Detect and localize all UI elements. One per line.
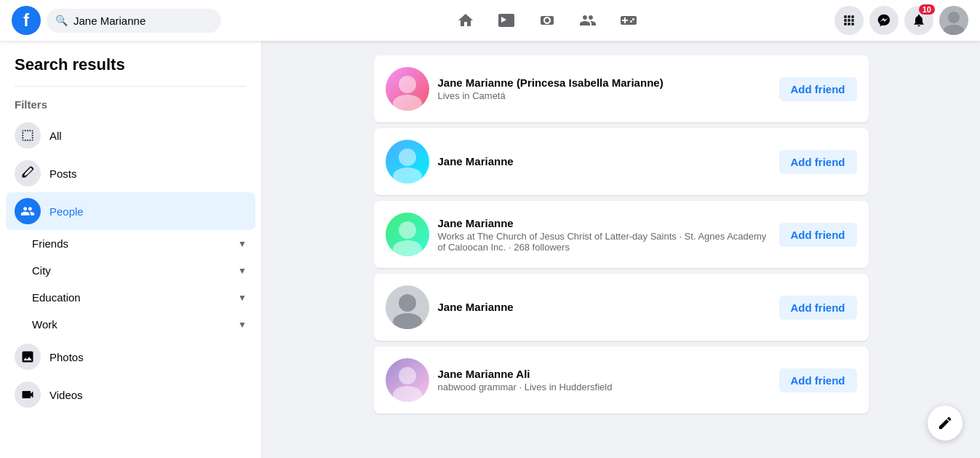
result-name: Jane Marianne [438, 155, 770, 167]
sub-filter-city[interactable]: City ▼ [6, 257, 255, 284]
result-card: Jane Marianne Add friend [374, 128, 869, 195]
filter-videos-label: Videos [49, 389, 83, 401]
posts-icon [15, 160, 41, 186]
user-avatar[interactable] [939, 6, 968, 35]
floating-edit-button[interactable] [928, 406, 963, 441]
nav-friends[interactable] [570, 3, 605, 38]
svg-point-9 [393, 313, 422, 329]
add-friend-button[interactable]: Add friend [779, 296, 857, 320]
svg-point-11 [393, 386, 422, 402]
people-icon [15, 198, 41, 224]
result-card: Jane Marianne Works at The Church of Jes… [374, 201, 869, 268]
filter-people[interactable]: People [6, 192, 255, 230]
notifications-button[interactable]: 10 [904, 6, 933, 35]
layout: Search results Filters All Posts People … [0, 0, 980, 458]
page-title: Search results [6, 50, 255, 80]
sub-filter-friends-label: Friends [32, 237, 68, 250]
result-card: Jane Marianne Add friend [374, 274, 869, 341]
filter-photos-label: Photos [49, 351, 84, 363]
sub-filter-work[interactable]: Work ▼ [6, 311, 255, 338]
filter-posts-label: Posts [49, 167, 77, 180]
sub-filter-work-label: Work [32, 318, 57, 331]
search-input[interactable] [73, 15, 212, 27]
filter-videos[interactable]: Videos [6, 376, 255, 414]
nav-home[interactable] [448, 3, 483, 38]
result-info: Jane Marianne Ali nabwood grammar · Live… [438, 368, 770, 392]
search-icon: 🔍 [55, 15, 68, 26]
result-card: Jane Marianne (Princesa Isabella Mariann… [374, 55, 869, 122]
apps-button[interactable] [834, 6, 864, 35]
add-friend-button[interactable]: Add friend [779, 368, 857, 392]
result-info: Jane Marianne Works at The Church of Jes… [438, 217, 770, 253]
avatar [386, 67, 429, 111]
result-info: Jane Marianne [438, 301, 770, 315]
svg-point-10 [399, 367, 416, 384]
result-info: Jane Marianne [438, 155, 770, 169]
result-name: Jane Marianne (Princesa Isabella Mariann… [438, 76, 770, 89]
chevron-down-icon: ▼ [238, 320, 247, 330]
filters-label: Filters [6, 92, 255, 117]
avatar [386, 213, 429, 256]
filter-posts[interactable]: Posts [6, 154, 255, 192]
facebook-logo[interactable]: f [12, 6, 41, 35]
results-container: Jane Marianne (Princesa Isabella Mariann… [374, 55, 869, 443]
sub-filter-education-label: Education [32, 291, 81, 304]
avatar [386, 358, 429, 402]
svg-point-2 [399, 76, 416, 93]
result-name: Jane Marianne [438, 217, 770, 229]
add-friend-button[interactable]: Add friend [779, 77, 857, 101]
all-icon [15, 122, 41, 149]
chevron-down-icon: ▼ [238, 239, 247, 249]
result-sub: nabwood grammar · Lives in Huddersfield [438, 382, 770, 392]
result-name: Jane Marianne Ali [438, 368, 770, 380]
avatar [386, 140, 429, 183]
sub-filter-friends[interactable]: Friends ▼ [6, 230, 255, 257]
header-right: 10 [834, 6, 968, 35]
svg-point-1 [944, 25, 964, 35]
filter-people-label: People [49, 205, 84, 218]
result-name: Jane Marianne [438, 301, 770, 313]
filter-all[interactable]: All [6, 117, 255, 154]
messenger-button[interactable] [869, 6, 899, 35]
svg-point-7 [393, 240, 422, 256]
result-sub: Lives in Cametá [438, 90, 770, 101]
notification-count: 10 [919, 4, 935, 15]
svg-point-5 [393, 167, 422, 183]
svg-point-3 [393, 95, 422, 111]
result-info: Jane Marianne (Princesa Isabella Mariann… [438, 76, 770, 101]
svg-point-8 [399, 294, 416, 312]
avatar [386, 285, 429, 329]
header-left: f 🔍 [12, 6, 259, 35]
chevron-down-icon: ▼ [238, 293, 247, 303]
result-sub: Works at The Church of Jesus Christ of L… [438, 231, 770, 253]
chevron-down-icon: ▼ [238, 266, 247, 276]
sidebar-divider [15, 86, 247, 87]
nav-marketplace[interactable] [530, 3, 565, 38]
svg-point-0 [948, 12, 960, 23]
add-friend-button[interactable]: Add friend [779, 150, 857, 174]
search-bar[interactable]: 🔍 [47, 9, 221, 33]
sidebar: Search results Filters All Posts People … [0, 41, 262, 458]
nav-watch[interactable] [489, 3, 524, 38]
main-content: Jane Marianne (Princesa Isabella Mariann… [262, 41, 980, 458]
videos-icon [15, 382, 41, 408]
svg-point-6 [399, 221, 416, 239]
add-friend-button[interactable]: Add friend [779, 223, 857, 247]
filter-all-label: All [49, 130, 62, 142]
filter-photos[interactable]: Photos [6, 338, 255, 376]
nav-gaming[interactable] [611, 3, 646, 38]
svg-point-4 [399, 149, 416, 166]
sub-filter-education[interactable]: Education ▼ [6, 284, 255, 311]
result-card: Jane Marianne Ali nabwood grammar · Live… [374, 347, 869, 414]
sub-filter-city-label: City [32, 264, 51, 277]
header-center [259, 3, 834, 38]
photos-icon [15, 344, 41, 370]
header: f 🔍 10 [0, 0, 980, 41]
